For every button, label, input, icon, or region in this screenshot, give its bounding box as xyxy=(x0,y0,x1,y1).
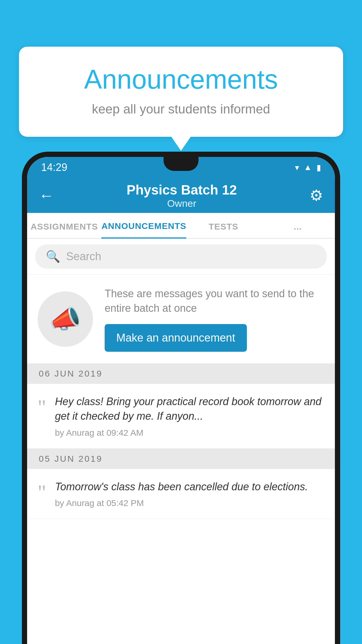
date-separator-2: 05 JUN 2019 xyxy=(27,449,335,469)
header-title: Physics Batch 12 xyxy=(126,182,237,198)
settings-icon[interactable]: ⚙ xyxy=(310,187,323,204)
megaphone-icon: 📣 xyxy=(49,304,81,334)
search-icon: 🔍 xyxy=(46,250,60,263)
status-bar: 14:29 ▾ ▲ ▮ xyxy=(27,157,335,178)
signal-icon: ▲ xyxy=(304,163,312,172)
tab-announcements[interactable]: ANNOUNCEMENTS xyxy=(101,221,186,239)
quote-icon-1: " xyxy=(38,397,46,438)
tabs-container: ASSIGNMENTS ANNOUNCEMENTS TESTS ... xyxy=(27,213,335,239)
announcement-meta-1: by Anurag at 09:42 AM xyxy=(55,428,324,438)
search-placeholder: Search xyxy=(66,250,101,263)
header-subtitle: Owner xyxy=(126,198,237,209)
announcement-icon-circle: 📣 xyxy=(38,291,93,347)
content-area: 🔍 Search 📣 These are messages you want t… xyxy=(27,239,335,519)
app-header: ← Physics Batch 12 Owner ⚙ xyxy=(27,178,335,213)
phone-frame: 14:29 ▾ ▲ ▮ ← Physics Batch 12 Owner ⚙ A… xyxy=(22,152,340,644)
announcement-text-1: Hey class! Bring your practical record b… xyxy=(55,394,324,424)
quote-icon-2: " xyxy=(38,482,46,508)
announcement-content-1: Hey class! Bring your practical record b… xyxy=(55,394,324,438)
announcement-description: These are messages you want to send to t… xyxy=(105,286,324,316)
speech-bubble-section: Announcements keep all your students inf… xyxy=(19,47,343,137)
date-separator-1: 06 JUN 2019 xyxy=(27,363,335,384)
search-bar-container: 🔍 Search xyxy=(27,239,335,274)
announcement-item-1: " Hey class! Bring your practical record… xyxy=(27,384,335,449)
battery-icon: ▮ xyxy=(317,163,321,172)
announcement-text-2: Tomorrow's class has been cancelled due … xyxy=(55,480,324,494)
wifi-icon: ▾ xyxy=(295,163,299,172)
announcement-prompt: 📣 These are messages you want to send to… xyxy=(27,274,335,363)
announcement-content-2: Tomorrow's class has been cancelled due … xyxy=(55,480,324,508)
tab-assignments[interactable]: ASSIGNMENTS xyxy=(27,222,101,238)
tab-more[interactable]: ... xyxy=(261,222,335,238)
status-icons: ▾ ▲ ▮ xyxy=(295,163,321,172)
back-button[interactable]: ← xyxy=(39,187,54,204)
tab-tests[interactable]: TESTS xyxy=(186,222,261,238)
header-center: Physics Batch 12 Owner xyxy=(126,182,237,209)
bubble-subtitle: keep all your students informed xyxy=(42,102,320,116)
announcement-meta-2: by Anurag at 05:42 PM xyxy=(55,498,324,508)
notch xyxy=(164,157,198,171)
announcement-right: These are messages you want to send to t… xyxy=(105,286,324,352)
make-announcement-button[interactable]: Make an announcement xyxy=(105,324,247,352)
announcement-item-2: " Tomorrow's class has been cancelled du… xyxy=(27,469,335,519)
status-time: 14:29 xyxy=(41,161,67,174)
phone-inner: 14:29 ▾ ▲ ▮ ← Physics Batch 12 Owner ⚙ A… xyxy=(27,157,335,644)
search-bar[interactable]: 🔍 Search xyxy=(35,244,327,269)
bubble-title: Announcements xyxy=(42,64,320,95)
speech-bubble-card: Announcements keep all your students inf… xyxy=(19,47,343,137)
